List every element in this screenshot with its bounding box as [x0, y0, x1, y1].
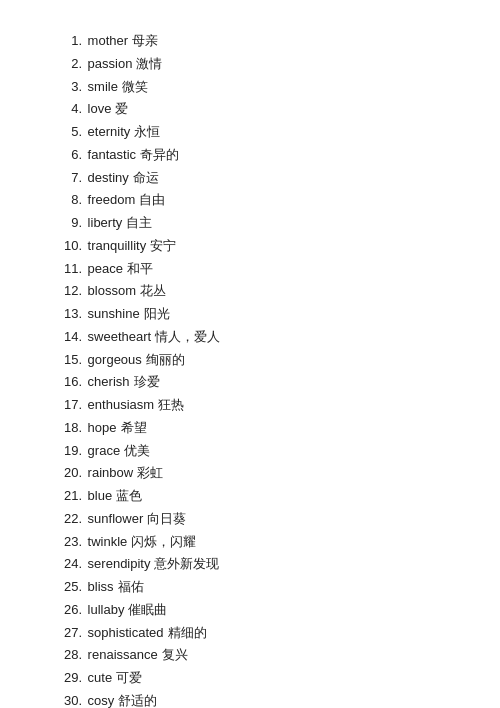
item-chinese: 阳光	[144, 306, 170, 321]
item-english: cherish	[84, 374, 130, 389]
list-item: 27. sophisticated精细的	[60, 622, 450, 645]
list-item: 14. sweetheart情人，爱人	[60, 326, 450, 349]
item-number: 9.	[60, 212, 82, 235]
list-item: 16. cherish珍爱	[60, 371, 450, 394]
item-chinese: 花丛	[140, 283, 166, 298]
item-number: 14.	[60, 326, 82, 349]
item-english: sophisticated	[84, 625, 164, 640]
list-item: 10. tranquillity安宁	[60, 235, 450, 258]
list-item: 25. bliss福佑	[60, 576, 450, 599]
item-number: 27.	[60, 622, 82, 645]
item-chinese: 情人，爱人	[155, 329, 220, 344]
item-number: 19.	[60, 440, 82, 463]
item-english: eternity	[84, 124, 130, 139]
item-number: 24.	[60, 553, 82, 576]
item-chinese: 闪烁，闪耀	[131, 534, 196, 549]
item-number: 8.	[60, 189, 82, 212]
item-number: 20.	[60, 462, 82, 485]
item-chinese: 蓝色	[116, 488, 142, 503]
item-english: sunshine	[84, 306, 140, 321]
item-number: 15.	[60, 349, 82, 372]
item-english: blue	[84, 488, 112, 503]
item-chinese: 绚丽的	[146, 352, 185, 367]
item-chinese: 母亲	[132, 33, 158, 48]
item-chinese: 命运	[133, 170, 159, 185]
list-item: 2. passion激情	[60, 53, 450, 76]
item-english: mother	[84, 33, 128, 48]
item-chinese: 安宁	[150, 238, 176, 253]
item-chinese: 可爱	[116, 670, 142, 685]
list-item: 5. eternity永恒	[60, 121, 450, 144]
list-item: 30. cosy舒适的	[60, 690, 450, 708]
item-english: cute	[84, 670, 112, 685]
item-number: 4.	[60, 98, 82, 121]
list-item: 22. sunflower向日葵	[60, 508, 450, 531]
item-chinese: 优美	[124, 443, 150, 458]
item-number: 26.	[60, 599, 82, 622]
item-english: tranquillity	[84, 238, 146, 253]
item-chinese: 向日葵	[147, 511, 186, 526]
item-english: peace	[84, 261, 123, 276]
item-english: grace	[84, 443, 120, 458]
item-english: love	[84, 101, 111, 116]
item-number: 2.	[60, 53, 82, 76]
list-item: 9. liberty自主	[60, 212, 450, 235]
item-chinese: 催眠曲	[128, 602, 167, 617]
item-chinese: 永恒	[134, 124, 160, 139]
list-item: 7. destiny命运	[60, 167, 450, 190]
list-item: 15. gorgeous绚丽的	[60, 349, 450, 372]
list-item: 12. blossom花丛	[60, 280, 450, 303]
item-number: 1.	[60, 30, 82, 53]
item-english: liberty	[84, 215, 122, 230]
list-item: 21. blue蓝色	[60, 485, 450, 508]
item-number: 29.	[60, 667, 82, 690]
item-number: 11.	[60, 258, 82, 281]
item-english: sunflower	[84, 511, 143, 526]
item-chinese: 狂热	[158, 397, 184, 412]
item-chinese: 意外新发现	[154, 556, 219, 571]
item-number: 17.	[60, 394, 82, 417]
word-list: 1. mother母亲2. passion激情3. smile微笑4. love…	[60, 30, 450, 708]
list-item: 1. mother母亲	[60, 30, 450, 53]
item-english: sweetheart	[84, 329, 151, 344]
list-item: 26. lullaby催眠曲	[60, 599, 450, 622]
list-item: 4. love爱	[60, 98, 450, 121]
list-item: 6. fantastic奇异的	[60, 144, 450, 167]
list-item: 19. grace优美	[60, 440, 450, 463]
item-english: rainbow	[84, 465, 133, 480]
item-chinese: 珍爱	[134, 374, 160, 389]
item-number: 12.	[60, 280, 82, 303]
item-english: twinkle	[84, 534, 127, 549]
list-item: 28. renaissance复兴	[60, 644, 450, 667]
item-english: bliss	[84, 579, 114, 594]
item-english: lullaby	[84, 602, 124, 617]
item-english: cosy	[84, 693, 114, 708]
item-chinese: 自由	[139, 192, 165, 207]
item-english: blossom	[84, 283, 136, 298]
item-number: 28.	[60, 644, 82, 667]
item-chinese: 彩虹	[137, 465, 163, 480]
item-number: 7.	[60, 167, 82, 190]
item-number: 6.	[60, 144, 82, 167]
item-chinese: 奇异的	[140, 147, 179, 162]
item-english: fantastic	[84, 147, 136, 162]
list-item: 18. hope希望	[60, 417, 450, 440]
item-number: 21.	[60, 485, 82, 508]
list-item: 29. cute可爱	[60, 667, 450, 690]
item-number: 16.	[60, 371, 82, 394]
list-item: 23. twinkle闪烁，闪耀	[60, 531, 450, 554]
item-english: hope	[84, 420, 117, 435]
item-number: 30.	[60, 690, 82, 708]
item-english: smile	[84, 79, 118, 94]
item-number: 13.	[60, 303, 82, 326]
item-chinese: 微笑	[122, 79, 148, 94]
item-chinese: 和平	[127, 261, 153, 276]
item-chinese: 复兴	[162, 647, 188, 662]
item-chinese: 舒适的	[118, 693, 157, 708]
item-number: 18.	[60, 417, 82, 440]
item-chinese: 激情	[136, 56, 162, 71]
item-number: 23.	[60, 531, 82, 554]
item-chinese: 自主	[126, 215, 152, 230]
item-english: freedom	[84, 192, 135, 207]
item-english: renaissance	[84, 647, 158, 662]
